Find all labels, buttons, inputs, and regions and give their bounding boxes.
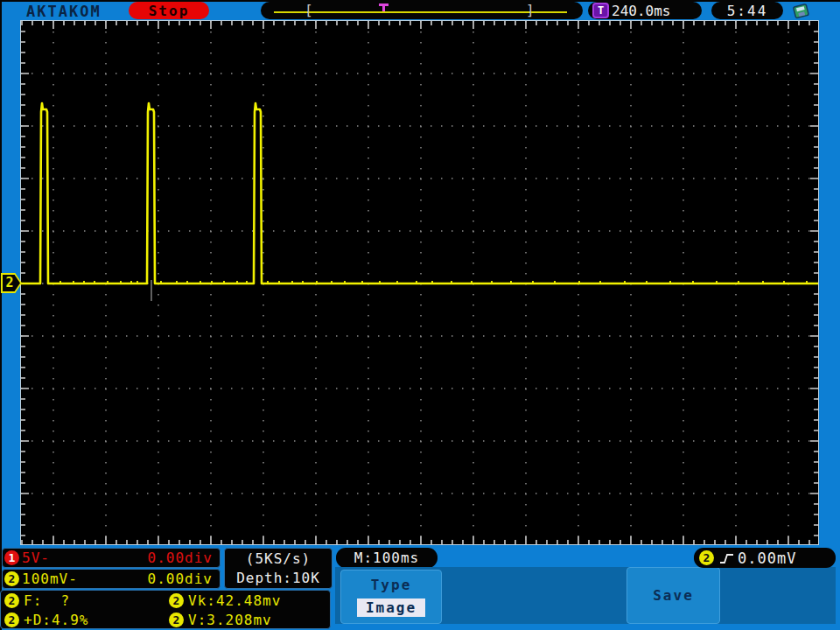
trigger-level-readout: 2 0.00mV <box>694 548 836 568</box>
timebase-readout: M:100ms <box>336 548 438 568</box>
waveform-display <box>21 21 818 544</box>
run-state-button[interactable]: Stop <box>129 2 209 19</box>
ch2-status-readout: 2 100mV- 0.00div <box>2 569 220 589</box>
channel2-position-marker[interactable]: 2 <box>1 273 22 293</box>
measure-vk: 2 Vk:42.48mv <box>169 592 281 609</box>
oscilloscope-screen: AKTAKOM Stop [ ] T 240.0ms 5:44 2 1 5V- … <box>0 0 840 630</box>
ch1-offset: 0.00div <box>148 550 213 566</box>
ch2-badge: 2 <box>4 571 19 586</box>
ch2-scale: 100mV- <box>22 570 78 587</box>
menu-item-type[interactable]: Type Image <box>340 570 442 624</box>
acquisition-readout: (5KS/s) Depth:10K <box>224 548 332 589</box>
measure-ch-badge: 2 <box>4 593 19 608</box>
record-depth: Depth:10K <box>236 570 320 586</box>
measure-v: 2 V:3.208mv <box>169 612 272 628</box>
save-button[interactable]: Save <box>626 567 720 624</box>
measure-frequency: 2 F: ? <box>4 592 70 609</box>
measure-ch-badge: 2 <box>169 593 184 608</box>
record-length-line <box>274 11 567 13</box>
measure-ch-badge: 2 <box>169 612 184 627</box>
brand-label: AKTAKOM <box>26 3 102 20</box>
ch1-status-readout: 1 5V- 0.00div <box>2 548 220 568</box>
trigger-t-icon: T <box>592 3 609 18</box>
measure-duty: 2 +D:4.9% <box>4 612 88 628</box>
menu-type-title: Type <box>341 577 441 593</box>
window-left-bracket: [ <box>304 2 313 19</box>
trigger-position-marker-icon <box>379 4 388 11</box>
waveform-svg <box>21 21 818 544</box>
trigger-ch-badge: 2 <box>699 550 714 565</box>
ch1-badge: 1 <box>4 550 19 565</box>
measurements-panel: 2 F: ? 2 Vk:42.48mv 2 +D:4.9% 2 V:3.208m… <box>0 590 331 629</box>
usb-device-icon <box>790 2 813 21</box>
trigger-delay-value: 240.0ms <box>612 3 670 19</box>
screen-left-border <box>0 0 2 630</box>
ch1-scale: 5V- <box>22 550 50 566</box>
trigger-delay-readout: T 240.0ms <box>588 2 702 19</box>
sample-rate: (5KS/s) <box>246 550 311 567</box>
channel2-marker-label: 2 <box>4 275 16 291</box>
menu-type-selected-value[interactable]: Image <box>357 598 425 617</box>
trigger-level-value: 0.00mV <box>738 550 796 567</box>
rising-edge-icon <box>719 552 734 564</box>
window-right-bracket: ] <box>526 2 535 19</box>
ch2-offset: 0.00div <box>148 570 213 587</box>
measure-ch-badge: 2 <box>4 612 19 627</box>
horizontal-position-indicator[interactable]: [ ] <box>261 2 583 19</box>
clock: 5:44 <box>711 2 783 19</box>
